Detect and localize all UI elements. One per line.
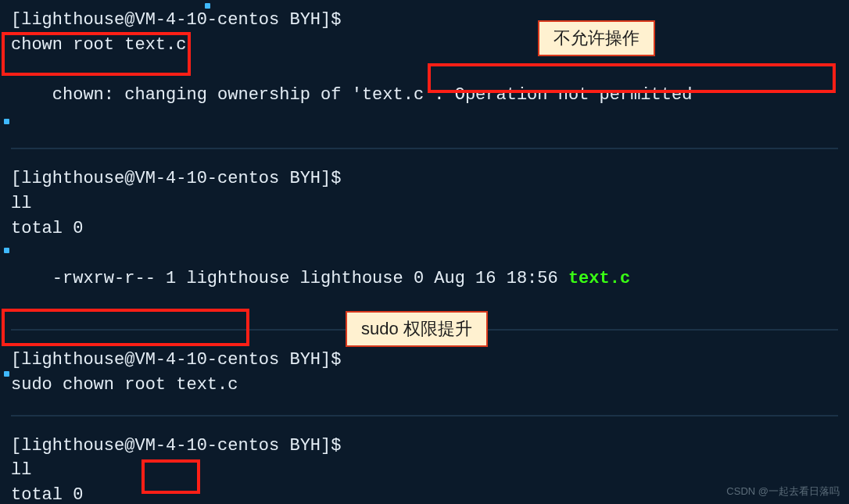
command-line: ll	[11, 458, 838, 483]
command-line: chown root text.c	[11, 33, 838, 58]
terminal-block-3: [lighthouse@VM-4-10-centos BYH]$ sudo ch…	[11, 348, 838, 398]
prompt-line: [lighthouse@VM-4-10-centos BYH]$	[11, 348, 838, 373]
section-divider	[11, 148, 838, 149]
total-line: total 0	[11, 483, 838, 504]
output-prefix: chown: changing ownership of 'text.c':	[52, 85, 455, 105]
ls-prefix: -rwxrw-r-- 1 lighthouse lighthouse 0 Aug…	[52, 269, 568, 288]
command-line: sudo chown root text.c	[11, 373, 838, 398]
selection-handle-icon	[4, 248, 9, 253]
terminal-block-4: [lighthouse@VM-4-10-centos BYH]$ ll tota…	[11, 434, 838, 504]
selection-handle-icon	[4, 371, 9, 377]
ls-filename: text.c	[568, 269, 630, 288]
terminal-block-1: [lighthouse@VM-4-10-centos BYH]$ chown r…	[11, 8, 838, 132]
output-line: chown: changing ownership of 'text.c': O…	[11, 58, 838, 133]
command-line: ll	[11, 191, 838, 216]
selection-handle-icon	[4, 119, 9, 124]
prompt-line: [lighthouse@VM-4-10-centos BYH]$	[11, 166, 838, 191]
terminal-block-2: [lighthouse@VM-4-10-centos BYH]$ ll tota…	[11, 166, 838, 316]
total-line: total 0	[11, 216, 838, 241]
output-error: Operation not permitted	[455, 85, 693, 105]
prompt-line: [lighthouse@VM-4-10-centos BYH]$	[11, 8, 838, 33]
prompt-line: [lighthouse@VM-4-10-centos BYH]$	[11, 434, 838, 459]
section-divider	[11, 415, 838, 416]
annotation-label-sudo: sudo 权限提升	[346, 311, 488, 347]
annotation-label-not-permitted: 不允许操作	[538, 20, 655, 56]
selection-handle-icon	[205, 3, 210, 9]
ls-line: -rwxrw-r-- 1 lighthouse lighthouse 0 Aug…	[11, 241, 838, 316]
watermark-text: CSDN @一起去看日落吗	[726, 484, 840, 499]
